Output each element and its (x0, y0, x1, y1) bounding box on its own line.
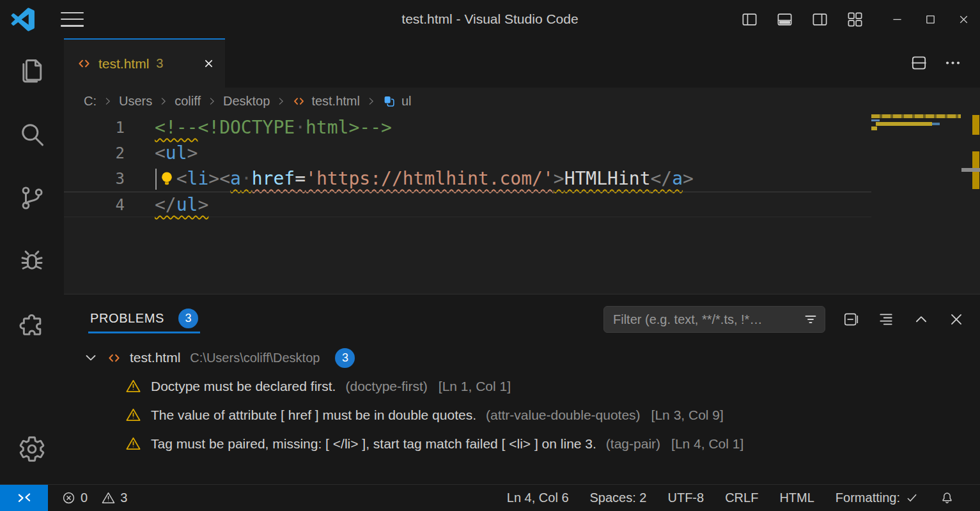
breadcrumb-item[interactable]: test.html (311, 94, 360, 109)
code-token: </ (155, 194, 176, 215)
code-line[interactable]: 2 <ul> (64, 141, 871, 166)
extensions-icon[interactable] (17, 310, 47, 341)
code-token: > (208, 168, 219, 189)
problem-message: Tag must be paired, missing: [ </li> ], … (151, 436, 596, 452)
status-problems[interactable]: 0 3 (61, 491, 127, 505)
cursor-position[interactable]: Ln 4, Col 6 (507, 491, 569, 505)
line-content: </ul> (125, 192, 208, 217)
chevron-down-icon[interactable] (83, 350, 98, 365)
file-problems-badge: 3 (335, 348, 355, 368)
close-window-button[interactable] (947, 0, 980, 38)
toggle-secondary-sidebar-icon[interactable] (811, 11, 828, 28)
overview-ruler-cursor (961, 168, 980, 172)
warning-icon (101, 491, 116, 505)
collapse-all-icon[interactable] (878, 311, 894, 328)
search-icon[interactable] (17, 119, 47, 149)
vscode-window: test.html - Visual Studio Code (0, 0, 980, 511)
code-line[interactable]: 3 <li><a·href='https://htmlhint.com/'>HT… (64, 166, 871, 192)
line-content: <!--<!DOCTYPE·html>--> (125, 115, 392, 141)
maximize-panel-icon[interactable] (913, 311, 929, 328)
problems-count-badge: 3 (178, 309, 198, 328)
maximize-button[interactable] (914, 0, 947, 38)
warning-icon (125, 407, 141, 423)
source-control-icon[interactable] (17, 183, 47, 213)
code-token: < (155, 142, 166, 164)
code-token: a (230, 168, 241, 189)
close-panel-icon[interactable] (948, 311, 965, 328)
explorer-icon[interactable] (17, 55, 47, 86)
html-file-icon (292, 95, 306, 108)
code-token: ul (166, 142, 187, 164)
symbol-element-icon (382, 95, 396, 108)
warning-icon (125, 436, 141, 452)
overview-ruler[interactable] (961, 114, 980, 294)
code-token: = (295, 168, 306, 189)
toggle-panel-icon[interactable] (776, 11, 793, 28)
problem-row[interactable]: The value of attribute [ href ] must be … (64, 400, 980, 429)
breadcrumb-item[interactable]: Users (119, 94, 152, 109)
tab-label: test.html (98, 56, 149, 72)
problem-position: [Ln 1, Col 1] (439, 379, 511, 394)
code-line[interactable]: 1 <!--<!DOCTYPE·html>--> (64, 115, 871, 141)
code-token: > (683, 168, 694, 189)
problem-position: [Ln 4, Col 1] (671, 436, 743, 452)
line-number: 1 (64, 115, 125, 141)
code-token: <!-- (155, 117, 198, 138)
minimap[interactable] (871, 114, 961, 281)
encoding[interactable]: UTF-8 (667, 491, 704, 505)
toggle-sidebar-icon[interactable] (741, 11, 758, 28)
code-line[interactable]: 4 </ul> (64, 192, 871, 217)
minimap-warning-mark (876, 122, 932, 126)
status-right: Ln 4, Col 6 Spaces: 2 UTF-8 CRLF HTML Fo… (507, 491, 980, 505)
problem-source: (tag-pair) (606, 436, 660, 452)
view-as-table-icon[interactable] (843, 311, 859, 328)
split-editor-icon[interactable] (910, 54, 928, 72)
indentation[interactable]: Spaces: 2 (590, 491, 647, 505)
problem-row[interactable]: Doctype must be declared first. (doctype… (64, 372, 980, 400)
check-icon (905, 491, 919, 505)
title-bar: test.html - Visual Studio Code (0, 0, 980, 38)
lightbulb-icon[interactable] (159, 170, 175, 188)
minimap-warning-mark (871, 126, 877, 130)
code-token: html>--> (306, 117, 392, 138)
code-token: · (241, 168, 252, 189)
code-token: <!DOCTYPE (198, 117, 295, 138)
problem-source: (attr-value-double-quotes) (486, 408, 641, 423)
problems-file-row[interactable]: test.html C:\Users\coliff\Desktop 3 (64, 344, 980, 372)
code-token: ul (176, 194, 198, 215)
vscode-logo-icon (11, 8, 35, 31)
settings-gear-icon[interactable] (17, 434, 47, 464)
breadcrumb-item[interactable]: Desktop (223, 94, 270, 109)
tab-close-icon[interactable] (203, 57, 215, 70)
chevron-right-icon (276, 96, 286, 107)
breadcrumb-item[interactable]: coliff (175, 94, 201, 109)
filter-icon[interactable] (803, 312, 818, 327)
eol-sequence[interactable]: CRLF (725, 491, 758, 505)
formatting-status[interactable]: Formatting: (836, 491, 919, 505)
minimize-button[interactable] (880, 0, 914, 38)
code-token: 'https://htmlhint.com/' (306, 168, 554, 189)
breadcrumb-item[interactable]: ul (401, 94, 412, 109)
tab-problems[interactable]: PROBLEMS 3 (88, 305, 200, 333)
html-file-icon (77, 56, 91, 71)
problem-message: The value of attribute [ href ] must be … (151, 408, 476, 423)
more-actions-icon[interactable] (944, 54, 962, 72)
problem-position: [Ln 3, Col 9] (651, 408, 724, 423)
run-debug-icon[interactable] (17, 247, 47, 277)
formatting-label: Formatting: (836, 491, 900, 505)
tab-test-html[interactable]: test.html 3 (64, 38, 225, 88)
editor-code[interactable]: 1 <!--<!DOCTYPE·html>--> 2 <ul> 3 <li><a… (64, 115, 980, 294)
problem-row[interactable]: Tag must be paired, missing: [ </li> ], … (64, 429, 980, 458)
breadcrumb-item[interactable]: C: (84, 94, 97, 109)
notifications-bell-icon[interactable] (940, 491, 954, 505)
overview-ruler-warning (972, 115, 979, 135)
problems-filter-input[interactable] (604, 312, 803, 327)
minimap-warning-mark (871, 114, 961, 118)
language-mode[interactable]: HTML (779, 491, 814, 505)
menu-hamburger-icon[interactable] (61, 12, 84, 27)
customize-layout-icon[interactable] (846, 11, 864, 28)
remote-indicator[interactable] (0, 485, 48, 511)
problem-message: Doctype must be declared first. (151, 379, 336, 394)
minimap-code-mark (932, 123, 940, 125)
editor-actions (910, 38, 980, 88)
